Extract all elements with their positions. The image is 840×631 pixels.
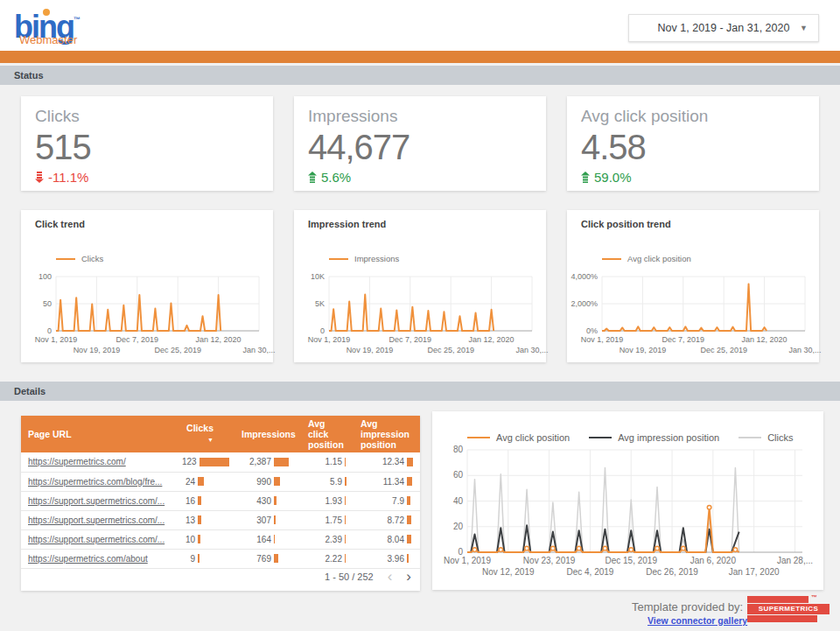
metric-value: 9	[182, 554, 195, 564]
svg-text:80: 80	[453, 445, 464, 454]
metric-value: 24	[182, 477, 195, 487]
scorecard-delta: 5.6%	[308, 170, 532, 185]
metric-value: 769	[242, 554, 271, 564]
metric-bar	[198, 515, 201, 524]
details-section-header: Details	[0, 382, 840, 401]
metric-cell: 430	[242, 496, 289, 506]
arrow-down-icon	[35, 172, 44, 183]
trademark-symbol: ™	[74, 16, 80, 24]
svg-text:5K: 5K	[315, 299, 325, 308]
svg-text:0: 0	[47, 326, 52, 335]
page-url-link[interactable]: https://support.supermetrics.com/...	[28, 496, 164, 506]
svg-text:Jan 12, 2020: Jan 12, 2020	[742, 335, 788, 344]
view-connector-gallery-link[interactable]: View connector gallery	[648, 615, 747, 626]
svg-text:Nov 23, 2019: Nov 23, 2019	[523, 556, 576, 565]
page-url-link[interactable]: https://support.supermetrics.com/...	[28, 515, 164, 525]
page-url-link[interactable]: https://support.supermetrics.com/...	[28, 535, 164, 544]
column-header-impressions: Impressions	[234, 416, 296, 452]
chart-legend: Avg click position	[602, 254, 691, 263]
metric-cell: 164	[242, 535, 289, 544]
position-clicks-chart-card: Avg click positionAvg impression positio…	[432, 411, 823, 590]
table-row: https://support.supermetrics.com/...1330…	[21, 510, 420, 529]
svg-text:Dec 7, 2019: Dec 7, 2019	[662, 335, 705, 344]
svg-text:0: 0	[320, 326, 325, 335]
metric-cell: 13	[182, 515, 228, 525]
svg-text:Dec 7, 2019: Dec 7, 2019	[389, 335, 432, 344]
scorecard-impressions: Impressions 44,677 5.6%	[294, 96, 546, 191]
date-range-value: Nov 1, 2019 - Jan 31, 2020	[658, 22, 790, 34]
svg-text:Dec 4, 2019: Dec 4, 2019	[566, 567, 613, 577]
metric-cell: 7.9	[360, 496, 413, 506]
metric-bar	[274, 535, 275, 543]
svg-text:Jan 17, 2020: Jan 17, 2020	[729, 567, 780, 577]
metric-value: 10	[182, 535, 195, 544]
metric-value: 8.72	[360, 515, 404, 525]
column-header-clicks-sort[interactable]: Clicks ▼	[175, 416, 234, 452]
legend-label: Avg click position	[627, 254, 691, 263]
bing-logo-dot	[43, 9, 50, 16]
svg-text:Nov 19, 2019: Nov 19, 2019	[620, 346, 667, 354]
app-header: bing™ Webmaster Nov 1, 2019 - Jan 31, 20…	[0, 0, 840, 51]
metric-cell: 5.9	[303, 477, 346, 487]
chart-legend: Impressions	[329, 254, 399, 263]
metric-value: 307	[242, 515, 271, 525]
metric-value: 11.34	[360, 477, 404, 487]
svg-text:0%: 0%	[586, 326, 598, 335]
svg-text:2,000%: 2,000%	[570, 299, 598, 308]
table-row: https://supermetrics.com/about97692.223.…	[21, 549, 420, 568]
supermetrics-logo-text: SUPERMETRICS	[747, 604, 830, 614]
scorecard-avg-click-position: Avg click position 4.58 59.0%	[567, 96, 819, 191]
page-url-link[interactable]: https://supermetrics.com/	[28, 457, 126, 466]
svg-text:Nov 1, 2019: Nov 1, 2019	[35, 335, 78, 344]
metric-cell: 307	[242, 515, 289, 525]
arrow-up-icon	[581, 172, 590, 183]
metric-bar	[198, 535, 200, 543]
trademark-symbol: ™	[811, 594, 817, 600]
click-trend-chart: Nov 1, 2019Nov 19, 2019Dec 7, 2019Dec 25…	[28, 264, 266, 357]
pagination-prev-button[interactable]: ‹	[388, 568, 393, 585]
metric-cell: 990	[242, 477, 289, 487]
svg-text:10K: 10K	[311, 272, 325, 281]
table-row: https://supermetrics.com/1232,3871.1512.…	[21, 452, 420, 472]
metric-value: 2.39	[303, 535, 342, 544]
pagination-next-button[interactable]: ›	[406, 568, 411, 585]
svg-text:100: 100	[38, 272, 52, 281]
date-range-select[interactable]: Nov 1, 2019 - Jan 31, 2020 ▼	[628, 14, 819, 42]
metric-bar	[274, 515, 276, 524]
metric-bar	[407, 477, 412, 486]
template-provided-by-label: Template provided by:	[632, 600, 743, 613]
svg-text:Dec 7, 2019: Dec 7, 2019	[116, 335, 159, 344]
page-url-link[interactable]: https://supermetrics.com/about	[28, 554, 148, 564]
svg-text:40: 40	[453, 496, 464, 506]
metric-value: 2,387	[242, 457, 271, 466]
supermetrics-logo: ™ SUPERMETRICS	[747, 596, 830, 623]
page-url-table-card: Page URL Clicks ▼ Impressions Avg click …	[21, 416, 420, 591]
svg-text:Jan 6, 2020: Jan 6, 2020	[690, 556, 737, 565]
metric-cell: 1.75	[303, 515, 346, 525]
metric-cell: 1.93	[303, 496, 346, 506]
metric-cell: 2.22	[303, 554, 346, 564]
chart-title: Click trend	[35, 219, 85, 229]
svg-text:0: 0	[458, 547, 463, 557]
svg-text:Nov 1, 2019: Nov 1, 2019	[444, 556, 491, 565]
scorecard-value: 4.58	[581, 128, 805, 167]
svg-text:Dec 25, 2019: Dec 25, 2019	[427, 346, 474, 354]
metric-bar	[345, 554, 346, 563]
svg-text:4,000%: 4,000%	[570, 272, 598, 281]
svg-text:Nov 19, 2019: Nov 19, 2019	[74, 346, 121, 354]
metric-bar	[345, 477, 346, 486]
sort-caret-icon: ▼	[207, 437, 214, 443]
table-pagination: 1 - 50 / 252 ‹ ›	[325, 566, 411, 587]
scorecard-delta: -11.1%	[35, 170, 259, 185]
metric-cell: 3.96	[360, 554, 413, 564]
click-trend-card: Click trend Clicks Nov 1, 2019Nov 19, 20…	[21, 210, 273, 362]
metric-bar	[407, 458, 413, 466]
metric-cell: 2,387	[242, 457, 289, 466]
svg-text:Dec 26, 2019: Dec 26, 2019	[646, 567, 698, 577]
table-body: https://supermetrics.com/1232,3871.1512.…	[21, 452, 420, 568]
page-url-link[interactable]: https://supermetrics.com/blog/fre...	[28, 477, 162, 487]
column-header-avg-click-position: Avg click position	[296, 416, 354, 452]
chevron-down-icon: ▼	[800, 24, 808, 32]
table-row: https://support.supermetrics.com/...1016…	[21, 529, 420, 549]
svg-text:Dec 25, 2019: Dec 25, 2019	[700, 346, 747, 354]
